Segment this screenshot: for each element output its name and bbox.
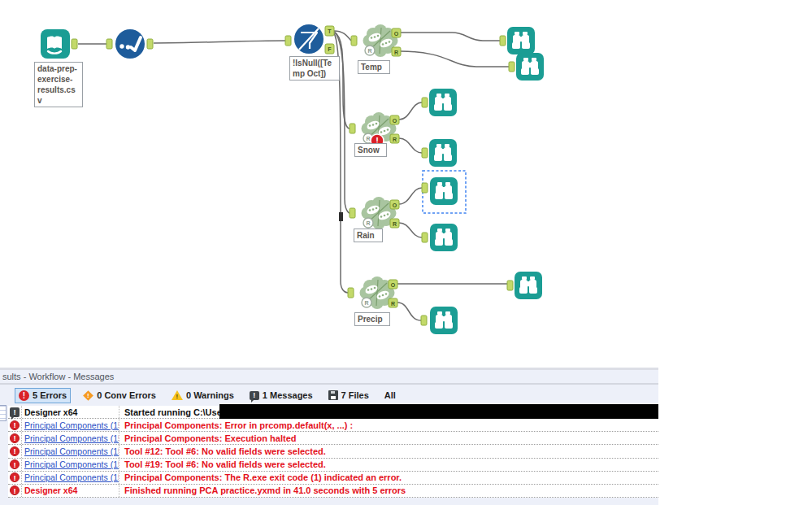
pc-rain-annotation[interactable]: Rain	[354, 229, 383, 242]
dock-strip	[0, 385, 8, 505]
error-icon: !	[10, 485, 20, 495]
o-anchor[interactable]: O	[390, 200, 399, 209]
browse-input-anchor[interactable]	[500, 36, 506, 46]
error-icon: !	[10, 459, 20, 469]
connection-wire[interactable]	[399, 102, 422, 120]
connection-wire[interactable]	[401, 51, 509, 67]
browse-tool[interactable]	[429, 89, 457, 116]
message-row[interactable]: ! Principal Components (15) Principal Co…	[8, 419, 658, 432]
message-tool-link[interactable]: Principal Components (15)	[21, 419, 119, 431]
dock-grid-icon[interactable]	[0, 405, 7, 421]
filter-tool[interactable]: T F	[285, 24, 334, 54]
pc-tool-snow[interactable]: O R !	[350, 112, 399, 147]
browse-tool[interactable]	[507, 27, 535, 54]
r-anchor[interactable]: R	[390, 134, 399, 143]
input-anchor[interactable]	[350, 208, 355, 218]
browse-tool[interactable]	[516, 53, 544, 81]
browse-input-anchor[interactable]	[421, 316, 427, 325]
pc-tool-precip[interactable]: O R	[348, 276, 397, 309]
messages-toolbar: ! 5 Errors ! 0 Conv Errors ! 0 Warnings …	[8, 385, 658, 406]
input-file-annotation[interactable]: data-prep-exercise-results.csv	[34, 62, 83, 107]
errors-filter-button[interactable]: ! 5 Errors	[15, 388, 71, 403]
files-filter-button[interactable]: 7 Files	[325, 389, 372, 402]
all-filter-button[interactable]: All	[381, 389, 399, 402]
false-anchor[interactable]: F	[325, 44, 334, 54]
message-text: Principal Components: Execution halted	[119, 432, 658, 444]
pc-tool-temp[interactable]: O R	[351, 24, 401, 57]
true-anchor[interactable]: T	[325, 26, 334, 36]
conv-error-icon: !	[83, 390, 93, 401]
message-tool: Designer x64	[21, 485, 119, 497]
select-tool[interactable]	[106, 29, 153, 59]
output-anchor[interactable]	[147, 39, 153, 49]
message-row[interactable]: ! Principal Components (15) Tool #12: To…	[8, 445, 658, 458]
message-row[interactable]: ! Principal Components (15) Tool #19: To…	[8, 459, 658, 472]
message-row[interactable]: ! Designer x64 Finished running PCA prac…	[8, 485, 658, 498]
svg-text:T: T	[328, 28, 332, 34]
connection-wire[interactable]	[154, 41, 285, 43]
browse-tool[interactable]	[429, 139, 457, 167]
floppy-icon	[328, 390, 338, 400]
results-messages-panel: sults - Workflow - Messages ! 5 Errors !…	[0, 370, 658, 505]
browse-input-anchor[interactable]	[422, 183, 428, 193]
errors-filter-label: 5 Errors	[33, 390, 67, 400]
workflow-canvas[interactable]: R	[0, 0, 812, 370]
svg-text:O: O	[394, 31, 399, 37]
wire-junction[interactable]	[339, 212, 343, 221]
r-anchor[interactable]: R	[389, 298, 397, 307]
input-anchor[interactable]	[350, 124, 355, 133]
pc-snow-annotation[interactable]: Snow	[354, 143, 387, 157]
error-icon: !	[10, 446, 20, 456]
r-anchor[interactable]: R	[392, 47, 401, 56]
connection-wire[interactable]	[401, 33, 500, 41]
message-tool-link[interactable]: Principal Components (15)	[21, 432, 119, 444]
svg-text:F: F	[328, 46, 332, 52]
message-row[interactable]: ! Principal Components (15) Principal Co…	[8, 472, 658, 485]
input-anchor[interactable]	[351, 36, 357, 46]
filter-annotation[interactable]: !IsNull([Temp Oct])	[289, 56, 340, 81]
r-anchor[interactable]: R	[390, 219, 399, 228]
panel-title: sults - Workflow - Messages	[0, 370, 658, 383]
svg-text:O: O	[391, 282, 396, 288]
message-tool-link[interactable]: Principal Components (15)	[21, 445, 119, 457]
browse-input-anchor[interactable]	[422, 148, 428, 158]
error-icon: !	[10, 420, 20, 430]
browse-tool-selected[interactable]	[430, 177, 458, 205]
browse-input-anchor[interactable]	[507, 281, 513, 290]
svg-text:R: R	[391, 301, 395, 307]
input-anchor[interactable]	[348, 288, 354, 298]
browse-tool[interactable]	[430, 307, 458, 334]
message-icon: !	[10, 407, 20, 417]
error-icon: !	[10, 472, 20, 482]
messages-filter-button[interactable]: ! 1 Messages	[246, 389, 316, 402]
pc-precip-annotation[interactable]: Precip	[354, 312, 390, 326]
o-anchor[interactable]: O	[389, 280, 397, 289]
message-tool-link[interactable]: Principal Components (15)	[21, 472, 119, 484]
message-text: Principal Components: The R.exe exit cod…	[119, 472, 658, 484]
browse-input-anchor[interactable]	[422, 98, 428, 107]
message-row[interactable]: ! Principal Components (15) Principal Co…	[8, 432, 658, 445]
connection-wire[interactable]	[399, 188, 422, 204]
o-anchor[interactable]: O	[392, 28, 401, 37]
error-icon: !	[10, 433, 20, 443]
browse-input-anchor[interactable]	[509, 62, 515, 72]
browse-tool[interactable]	[430, 224, 458, 251]
input-anchor[interactable]	[106, 39, 112, 49]
error-icon: !	[19, 390, 29, 401]
warnings-filter-button[interactable]: ! 0 Warnings	[168, 389, 237, 402]
pc-tool-rain[interactable]: O R	[350, 197, 399, 229]
pc-temp-annotation[interactable]: Temp	[358, 60, 390, 74]
connection-wire[interactable]	[397, 303, 421, 320]
browse-input-anchor[interactable]	[422, 233, 428, 242]
input-data-tool[interactable]	[41, 29, 77, 59]
output-anchor[interactable]	[72, 39, 77, 49]
message-tool-link[interactable]: Principal Components (15)	[21, 459, 119, 471]
browse-tool[interactable]	[515, 272, 542, 299]
input-anchor[interactable]	[285, 36, 291, 46]
conv-errors-filter-button[interactable]: ! 0 Conv Errors	[80, 389, 159, 403]
warning-icon: !	[172, 390, 183, 400]
svg-text:R: R	[393, 137, 397, 142]
o-anchor[interactable]: O	[390, 115, 399, 124]
connection-wire[interactable]	[399, 138, 422, 153]
connection-wire[interactable]	[399, 223, 422, 237]
